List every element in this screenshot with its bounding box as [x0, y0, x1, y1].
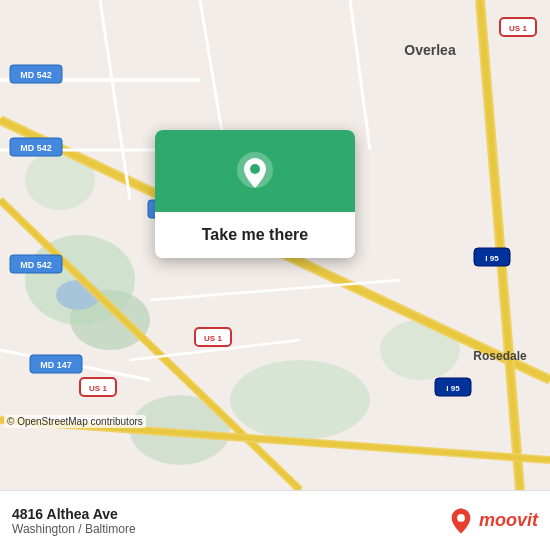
svg-text:MD 542: MD 542 [20, 143, 52, 153]
svg-point-48 [457, 514, 465, 522]
svg-point-3 [230, 360, 370, 440]
moovit-brand-label: moovit [479, 510, 538, 531]
bottom-bar: 4816 Althea Ave Washington / Baltimore m… [0, 490, 550, 550]
svg-text:I 95: I 95 [485, 254, 499, 263]
svg-text:Rosedale: Rosedale [473, 349, 527, 363]
osm-attribution: © OpenStreetMap contributors [4, 415, 146, 428]
svg-text:I 95: I 95 [446, 384, 460, 393]
svg-text:US 1: US 1 [509, 24, 527, 33]
svg-point-47 [250, 164, 260, 174]
popup-green-area [155, 130, 355, 212]
take-me-there-button[interactable]: Take me there [155, 212, 355, 258]
address-section: 4816 Althea Ave Washington / Baltimore [12, 506, 136, 536]
svg-text:US 1: US 1 [89, 384, 107, 393]
moovit-logo: moovit [447, 507, 538, 535]
svg-text:MD 542: MD 542 [20, 260, 52, 270]
svg-text:MD 542: MD 542 [20, 70, 52, 80]
svg-text:US 1: US 1 [204, 334, 222, 343]
popup-card: Take me there [155, 130, 355, 258]
address-line: 4816 Althea Ave [12, 506, 136, 522]
moovit-pin-icon [447, 507, 475, 535]
svg-text:MD 147: MD 147 [40, 360, 72, 370]
city-line: Washington / Baltimore [12, 522, 136, 536]
location-pin-icon [233, 150, 277, 194]
svg-text:Overlea: Overlea [404, 42, 456, 58]
map-container: MD 542 MD 542 MD 542 MD MD 147 US 1 US 1… [0, 0, 550, 490]
